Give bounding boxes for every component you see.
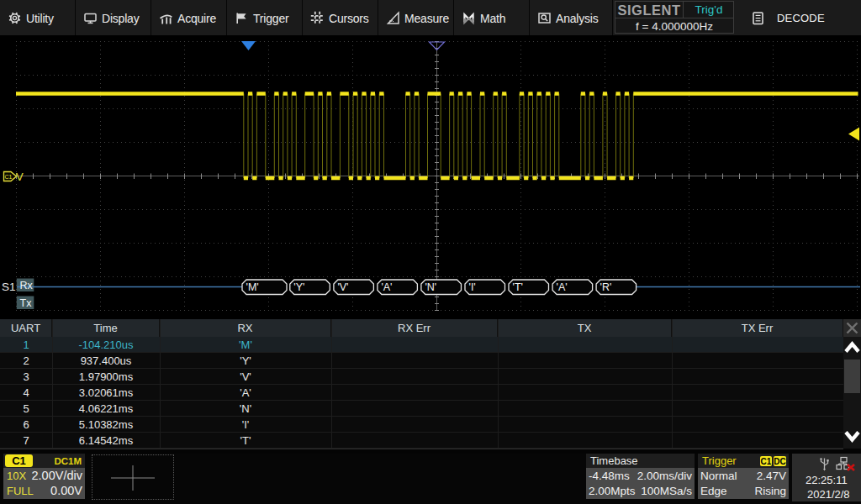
svg-text:'I': 'I' <box>469 281 476 293</box>
svg-text:'Y': 'Y' <box>293 281 304 293</box>
svg-text:'V': 'V' <box>337 281 348 293</box>
svg-text:'T': 'T' <box>513 281 523 293</box>
svg-text:'A': 'A' <box>381 281 392 293</box>
svg-text:S1: S1 <box>2 281 16 293</box>
svg-text:V: V <box>16 171 24 183</box>
svg-text:'N': 'N' <box>425 281 436 293</box>
svg-text:'M': 'M' <box>246 281 259 293</box>
svg-text:'A': 'A' <box>557 281 568 293</box>
svg-text:Rx: Rx <box>20 280 34 291</box>
svg-text:Tx: Tx <box>20 297 33 309</box>
svg-text:'R': 'R' <box>600 281 612 293</box>
svg-text:C1: C1 <box>5 174 13 180</box>
